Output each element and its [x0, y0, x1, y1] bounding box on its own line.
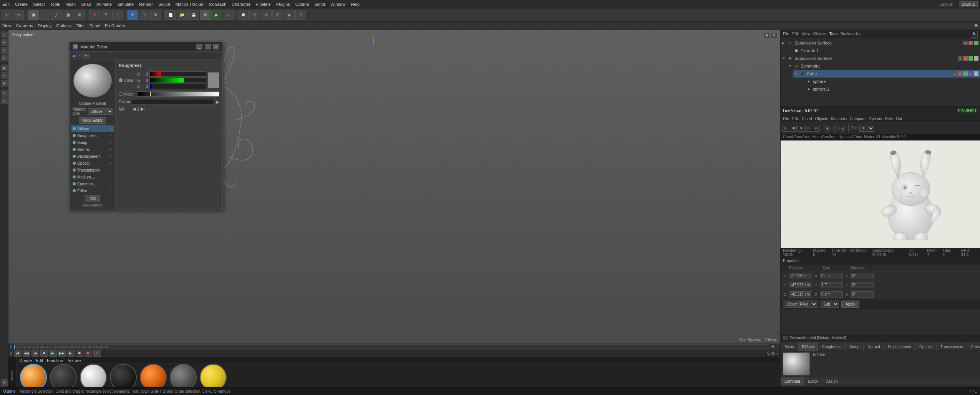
weight-tool-btn[interactable]: ⊜: [261, 10, 272, 20]
sidebar-paint-icon[interactable]: ✏: [1, 90, 8, 97]
snap-btn[interactable]: 🔲: [238, 10, 249, 20]
render-settings-btn[interactable]: ⚙: [200, 10, 211, 20]
material-type-select[interactable]: Diffuse Glossy Specular Mix: [88, 108, 113, 115]
rot-x-input[interactable]: [851, 273, 874, 279]
sidebar-magnet-icon[interactable]: ⊛: [1, 98, 8, 104]
size-y-input[interactable]: [820, 282, 843, 288]
oct-tab-roughness[interactable]: Roughness: [818, 342, 846, 351]
subtb-filter[interactable]: Filter: [75, 23, 85, 28]
oct-btab-assign[interactable]: Assign: [822, 377, 842, 385]
matbar-create[interactable]: Create: [19, 358, 32, 363]
play-back-btn[interactable]: ◀: [32, 350, 39, 357]
menu-snap[interactable]: Snap: [81, 2, 91, 7]
uvw-mode-btn[interactable]: ⊞: [74, 10, 85, 20]
sidebar-poly-icon[interactable]: ▦: [1, 64, 8, 71]
hier-view[interactable]: View: [802, 32, 810, 36]
oct-tab-diffuse[interactable]: Diffuse: [798, 342, 818, 351]
expand-icon[interactable]: ◀: [72, 54, 75, 58]
goto-start-btn[interactable]: |◀: [14, 350, 22, 357]
menu-mesh[interactable]: Mesh: [65, 2, 76, 7]
hier-item-extrude[interactable]: ⬢ Extrude.1: [787, 47, 980, 55]
dialog-maximize-btn[interactable]: □: [205, 44, 211, 50]
lv-menu-materials[interactable]: Materials: [831, 117, 847, 121]
lv-menu-objects[interactable]: Objects: [815, 117, 828, 121]
points-mode-btn[interactable]: ·: [40, 10, 50, 20]
subtb-options[interactable]: Options: [56, 23, 71, 28]
help-btn[interactable]: Help: [85, 195, 100, 202]
edges-mode-btn[interactable]: ╱: [51, 10, 62, 20]
size-z-input[interactable]: [820, 291, 843, 297]
menu-render[interactable]: Render: [139, 2, 153, 7]
pos-z-input[interactable]: [789, 291, 812, 297]
new-scene-btn[interactable]: 📄: [165, 10, 176, 20]
hier-file[interactable]: File: [783, 32, 789, 36]
lv-menu-file[interactable]: File: [783, 117, 789, 121]
matbar-edit[interactable]: Edit: [36, 358, 43, 363]
menu-tools[interactable]: Tools: [50, 2, 60, 7]
menu-character[interactable]: Character: [232, 2, 250, 7]
channel-editor[interactable]: Editor ... ✓: [71, 187, 114, 194]
g-bar-track[interactable]: [149, 78, 206, 83]
hier-item-sphere1[interactable]: ● sphere.1: [799, 85, 980, 93]
move-tool-btn[interactable]: ✛: [127, 10, 138, 20]
oct-tab-basic[interactable]: Basic: [781, 342, 798, 351]
channel-medium[interactable]: Medium ...: [71, 174, 114, 180]
hier-search-icon[interactable]: 🔍: [971, 31, 978, 38]
layout-value[interactable]: Startup: [959, 1, 978, 7]
mix-decrement-btn[interactable]: ◀: [132, 107, 136, 111]
sidebar-knife-icon[interactable]: ✂: [1, 72, 8, 79]
matbar-texture[interactable]: Texture: [67, 358, 81, 363]
oct-tab-transmission[interactable]: Transmission: [937, 342, 967, 351]
hier-item-symmetry[interactable]: ▼ ⊟ Symmetry: [787, 62, 980, 70]
goto-end-btn[interactable]: ▶|: [67, 350, 75, 357]
subtb-panel[interactable]: Panel: [90, 23, 100, 28]
scale-tool-btn[interactable]: ⊡: [139, 10, 149, 20]
texture-bar[interactable]: [132, 99, 215, 104]
lv-circle3[interactable]: ◎: [839, 125, 846, 132]
size-x-input[interactable]: [820, 273, 843, 279]
menu-animate[interactable]: Animate: [96, 2, 112, 7]
menu-window[interactable]: Window: [330, 2, 345, 7]
hier-vis-icon-cube[interactable]: ●: [952, 71, 957, 76]
render-btn[interactable]: ▶: [211, 10, 222, 20]
timeline-track[interactable]: 0 4 8 12 16 20 24 28 32 36 40 44 48 52 5…: [14, 344, 769, 349]
hier-bookmarks[interactable]: Bookmarks: [841, 32, 860, 36]
menu-help[interactable]: Help: [351, 2, 360, 7]
undo-btn[interactable]: ↩: [2, 10, 12, 20]
bevel-btn[interactable]: ◈: [284, 10, 295, 20]
hier-item-sphere[interactable]: ● sphere: [799, 78, 980, 85]
channel-normal[interactable]: Normal ✓: [71, 146, 114, 153]
channel-transmission[interactable]: Transmission: [71, 167, 114, 174]
sidebar-axis-icon[interactable]: ⊗: [1, 379, 8, 386]
menu-sculpt[interactable]: Sculpt: [158, 2, 170, 7]
props-apply-btn[interactable]: Apply: [841, 301, 859, 308]
hier-edit[interactable]: Edit: [792, 32, 799, 36]
rot-y-input[interactable]: [851, 282, 874, 288]
subtb-view[interactable]: View: [2, 23, 12, 28]
r-bar-track[interactable]: [149, 71, 206, 77]
menu-select[interactable]: Select: [33, 2, 45, 7]
oct-tab-bump[interactable]: Bump: [846, 342, 864, 351]
props-object-select[interactable]: Object (R4k): [783, 301, 817, 308]
dialog-close-btn[interactable]: ✕: [213, 44, 219, 50]
rotate-tool-btn[interactable]: ↻: [150, 10, 161, 20]
mat-edit-btn[interactable]: ✏: [83, 53, 89, 58]
menu-motion-tracker[interactable]: Motion Tracker: [176, 2, 204, 7]
color-swatch[interactable]: [208, 72, 219, 88]
channel-bump[interactable]: Bump ✓: [71, 139, 114, 146]
hier-vis-icon-sub1[interactable]: ●: [963, 41, 968, 45]
menu-edit[interactable]: Edit: [2, 2, 10, 7]
lv-menu-options[interactable]: Options: [869, 117, 882, 121]
matbar-function[interactable]: Function: [47, 358, 63, 363]
color-radio[interactable]: [119, 78, 123, 82]
axis-z-btn[interactable]: Z: [112, 10, 123, 20]
live-preview-area[interactable]: [781, 140, 980, 248]
hier-tag5[interactable]: T: [974, 56, 978, 61]
sidebar-scale-icon[interactable]: ⊡: [1, 47, 8, 54]
lv-circle2[interactable]: ⊙: [832, 125, 839, 132]
save-btn[interactable]: 💾: [188, 10, 199, 20]
next-frame-btn[interactable]: ▶▶: [58, 350, 66, 357]
channel-roughness[interactable]: Roughness ✓: [71, 132, 114, 139]
auto-key-btn[interactable]: K: [85, 350, 92, 357]
subtb-prorender[interactable]: ProRender: [105, 23, 125, 28]
